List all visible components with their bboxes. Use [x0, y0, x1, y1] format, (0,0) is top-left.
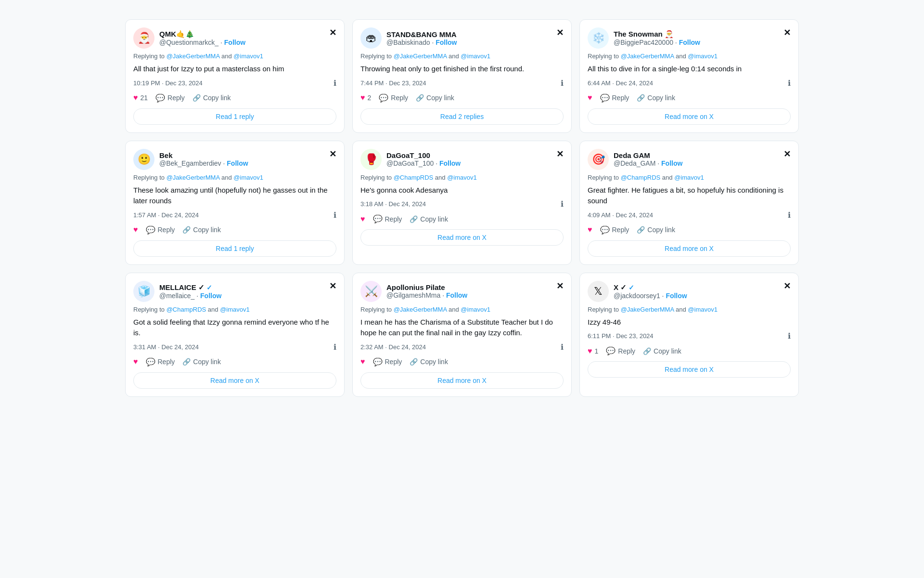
follow-btn-4[interactable]: Follow	[227, 159, 248, 167]
verified-badge-9: ✓	[629, 284, 634, 291]
like-btn-7[interactable]: ♥	[133, 357, 138, 366]
copy-link-btn-4[interactable]: 🔗 Copy link	[182, 226, 221, 234]
x-logo-6[interactable]: ✕	[783, 149, 791, 159]
tweet-text-8: I mean he has the Charisma of a Substitu…	[360, 317, 564, 339]
like-btn-8[interactable]: ♥	[360, 357, 365, 366]
follow-btn-1[interactable]: Follow	[224, 39, 245, 46]
copy-link-btn-1[interactable]: 🔗 Copy link	[192, 94, 231, 102]
follow-btn-6[interactable]: Follow	[661, 159, 682, 167]
follow-btn-5[interactable]: Follow	[439, 159, 461, 167]
avatar-3: ❄️	[588, 27, 609, 49]
tweet-user-9: 𝕏 X ✓ ✓ @jackdoorsey1 · Follow	[588, 281, 687, 302]
x-logo-8[interactable]: ✕	[556, 281, 564, 291]
info-icon-1[interactable]: ℹ	[334, 79, 336, 88]
like-btn-9[interactable]: ♥ 1	[588, 347, 598, 355]
info-icon-7[interactable]: ℹ	[334, 342, 336, 352]
info-icon-3[interactable]: ℹ	[788, 79, 791, 88]
copy-link-btn-6[interactable]: 🔗 Copy link	[637, 226, 675, 234]
follow-btn-9[interactable]: Follow	[666, 292, 687, 300]
copy-link-label-8: Copy link	[420, 358, 448, 366]
info-icon-6[interactable]: ℹ	[788, 210, 791, 220]
info-icon-8[interactable]: ℹ	[561, 342, 564, 352]
x-logo-9[interactable]: ✕	[783, 281, 791, 291]
like-btn-3[interactable]: ♥	[588, 93, 592, 102]
reply-btn-4[interactable]: 💬 Reply	[146, 225, 175, 235]
copy-link-btn-3[interactable]: 🔗 Copy link	[637, 94, 675, 102]
like-btn-4[interactable]: ♥	[133, 225, 138, 234]
timestamp-1: 10:19 PM · Dec 23, 2024	[133, 79, 203, 87]
username-6: @Deda_GAM · Follow	[614, 159, 682, 167]
like-btn-6[interactable]: ♥	[588, 225, 592, 234]
info-icon-2[interactable]: ℹ	[561, 79, 564, 88]
like-btn-1[interactable]: ♥ 21	[133, 93, 148, 102]
replying-to-8: Replying to @JakeGerberMMA and @imavov1	[360, 306, 564, 313]
read-more-btn-2[interactable]: Read 2 replies	[360, 108, 564, 125]
copy-link-btn-2[interactable]: 🔗 Copy link	[416, 94, 454, 102]
read-more-btn-4[interactable]: Read 1 reply	[133, 240, 336, 257]
copy-link-label-4: Copy link	[193, 226, 221, 234]
info-icon-4[interactable]: ℹ	[334, 210, 336, 220]
tweet-card-9: 𝕏 X ✓ ✓ @jackdoorsey1 · Follow ✕ Replyin…	[579, 273, 799, 397]
tweet-card-8: ⚔️ Apollonius Pilate @GilgameshMma · Fol…	[352, 273, 572, 397]
follow-btn-3[interactable]: Follow	[679, 39, 700, 46]
follow-btn-2[interactable]: Follow	[436, 39, 457, 46]
timestamp-5: 3:18 AM · Dec 24, 2024	[360, 200, 426, 208]
username-7: @mellaice_ · Follow	[159, 292, 221, 300]
copy-link-btn-5[interactable]: 🔗 Copy link	[410, 215, 448, 223]
reply-label-2: Reply	[391, 94, 408, 102]
reply-btn-3[interactable]: 💬 Reply	[600, 93, 629, 103]
read-more-btn-1[interactable]: Read 1 reply	[133, 108, 336, 125]
x-logo-2[interactable]: ✕	[556, 27, 564, 38]
read-more-btn-5[interactable]: Read more on X	[360, 229, 564, 246]
link-icon-7: 🔗	[182, 358, 191, 366]
tweet-card-5: 🥊 DaGoaT_100 @DaGoaT_100 · Follow ✕ Repl…	[352, 141, 572, 265]
x-logo-3[interactable]: ✕	[783, 27, 791, 38]
x-logo-4[interactable]: ✕	[329, 149, 336, 159]
reply-btn-7[interactable]: 💬 Reply	[146, 357, 175, 367]
copy-link-btn-7[interactable]: 🔗 Copy link	[182, 358, 221, 366]
display-name-2: STAND&BANG MMA	[386, 30, 457, 39]
tweet-actions-8: ♥ 💬 Reply 🔗 Copy link	[360, 355, 564, 368]
read-more-btn-8[interactable]: Read more on X	[360, 372, 564, 389]
reply-btn-9[interactable]: 💬 Reply	[606, 346, 635, 355]
tweet-actions-4: ♥ 💬 Reply 🔗 Copy link	[133, 223, 336, 236]
reply-btn-1[interactable]: 💬 Reply	[155, 93, 185, 103]
reply-btn-8[interactable]: 💬 Reply	[373, 357, 402, 367]
x-logo-5[interactable]: ✕	[556, 149, 564, 159]
reply-btn-6[interactable]: 💬 Reply	[600, 225, 629, 235]
like-btn-2[interactable]: ♥ 2	[360, 93, 371, 102]
avatar-7: 🧊	[133, 281, 154, 302]
copy-link-btn-9[interactable]: 🔗 Copy link	[643, 347, 681, 355]
reply-btn-2[interactable]: 💬 Reply	[379, 93, 408, 103]
read-more-btn-6[interactable]: Read more on X	[588, 240, 791, 257]
like-btn-5[interactable]: ♥	[360, 215, 365, 223]
reply-btn-5[interactable]: 💬 Reply	[373, 214, 402, 223]
user-info-4: Bek @Bek_Egamberdiev · Follow	[159, 151, 248, 167]
avatar-2: 🏟	[360, 27, 382, 49]
replying-to-4: Replying to @JakeGerberMMA and @imavov1	[133, 174, 336, 181]
user-info-7: MELLAICE ✓ ✓ @mellaice_ · Follow	[159, 283, 221, 300]
replying-to-9: Replying to @JakeGerberMMA and @imavov1	[588, 306, 791, 313]
read-more-btn-7[interactable]: Read more on X	[133, 372, 336, 389]
reply-bubble-icon-9: 💬	[606, 346, 616, 355]
tweet-user-1: 🎅 QMK🤙🎄 @Questionmarkck_ · Follow	[133, 27, 245, 49]
display-name-7: MELLAICE ✓ ✓	[159, 283, 221, 292]
follow-btn-7[interactable]: Follow	[200, 292, 221, 300]
info-icon-9[interactable]: ℹ	[788, 331, 791, 341]
timestamp-9: 6:11 PM · Dec 23, 2024	[588, 332, 654, 340]
copy-link-label-1: Copy link	[203, 94, 231, 102]
heart-icon-7: ♥	[133, 357, 138, 366]
copy-link-btn-8[interactable]: 🔗 Copy link	[410, 358, 448, 366]
tweet-card-4: 🙂 Bek @Bek_Egamberdiev · Follow ✕ Replyi…	[125, 141, 345, 265]
timestamp-3: 6:44 AM · Dec 24, 2024	[588, 79, 653, 87]
x-logo-7[interactable]: ✕	[329, 281, 336, 291]
x-logo-1[interactable]: ✕	[329, 27, 336, 38]
read-more-btn-9[interactable]: Read more on X	[588, 361, 791, 378]
tweet-actions-3: ♥ 💬 Reply 🔗 Copy link	[588, 92, 791, 105]
read-more-btn-3[interactable]: Read more on X	[588, 108, 791, 125]
follow-btn-8[interactable]: Follow	[446, 291, 467, 299]
info-icon-5[interactable]: ℹ	[561, 199, 564, 209]
tweet-text-9: Izzy 49-46	[588, 317, 791, 328]
tweet-actions-2: ♥ 2 💬 Reply 🔗 Copy link	[360, 92, 564, 105]
replying-to-7: Replying to @ChampRDS and @imavov1	[133, 306, 336, 313]
